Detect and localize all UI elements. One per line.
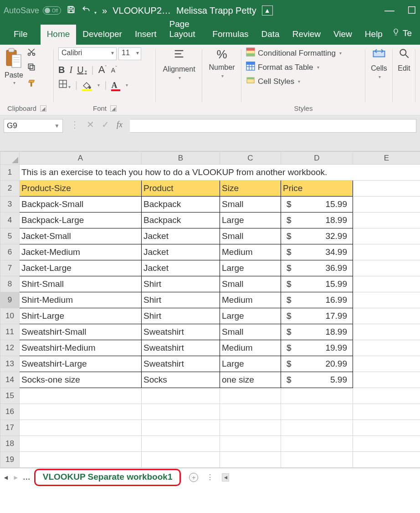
cells-button[interactable]: Cells ▾ (371, 47, 387, 79)
number-format-button[interactable]: % Number ▾ (209, 47, 235, 78)
cell[interactable] (142, 420, 220, 436)
sheet-options-icon[interactable]: ⋮ (206, 473, 214, 482)
cell[interactable]: Shirt (142, 308, 220, 324)
tab-data[interactable]: Data (255, 25, 286, 45)
cell[interactable] (281, 404, 353, 420)
tab-review[interactable]: Review (286, 25, 327, 45)
tab-page-layout[interactable]: Page Layout (163, 15, 206, 45)
grow-font-button[interactable]: Aˆ (98, 64, 107, 76)
cell[interactable]: $15.99 (281, 276, 353, 292)
cell[interactable] (142, 436, 220, 452)
row-header[interactable]: 12 (0, 340, 20, 356)
cell[interactable] (142, 452, 220, 468)
cell[interactable] (353, 181, 420, 197)
sheet-overflow-icon[interactable]: … (23, 473, 31, 482)
row-header[interactable]: 6 (0, 244, 20, 260)
cell[interactable]: $34.99 (281, 244, 353, 260)
sheet-tab-active[interactable]: VLOOKUP Separate workbook1 (34, 469, 181, 486)
row-header[interactable]: 3 (0, 197, 20, 212)
col-header-d[interactable]: D (281, 152, 353, 165)
cell[interactable]: $15.99 (281, 197, 353, 212)
cell[interactable]: Backpack (142, 212, 220, 228)
tab-insert[interactable]: Insert (128, 25, 163, 45)
cell[interactable] (220, 404, 281, 420)
cancel-formula-icon[interactable]: ✕ (87, 119, 94, 130)
cell[interactable] (353, 244, 420, 260)
font-size-select[interactable]: 11 (118, 47, 141, 60)
cell[interactable]: Medium (220, 292, 281, 308)
row-header[interactable]: 8 (0, 276, 20, 292)
sheet-nav-prev-icon[interactable]: ◄ (3, 474, 9, 481)
paste-dropdown-icon[interactable]: ▾ (13, 80, 15, 85)
font-name-select[interactable]: Calibri (58, 47, 117, 60)
col-header-b[interactable]: B (142, 152, 220, 165)
format-as-table-button[interactable]: Format as Table▾ (246, 62, 361, 73)
table-header-cell[interactable]: Product-Size (20, 181, 142, 197)
cell[interactable] (353, 324, 420, 340)
table-header-cell[interactable]: Price (281, 181, 353, 197)
autosave-switch[interactable]: Off (43, 6, 61, 15)
row-header[interactable]: 7 (0, 260, 20, 276)
row-header[interactable]: 14 (0, 372, 20, 388)
cell[interactable]: $19.99 (281, 340, 353, 356)
save-icon[interactable] (67, 5, 76, 16)
enter-formula-icon[interactable]: ✓ (102, 119, 109, 130)
font-color-dropdown-icon[interactable]: ▾ (126, 83, 128, 88)
cell[interactable]: Jacket-Small (20, 228, 142, 244)
row-header[interactable]: 18 (0, 436, 20, 452)
row-header[interactable]: 13 (0, 356, 20, 372)
cell[interactable]: $16.99 (281, 292, 353, 308)
cell[interactable]: Sweatshirt-Small (20, 324, 142, 340)
cell[interactable]: Small (220, 324, 281, 340)
cell[interactable]: Jacket (142, 260, 220, 276)
col-header-e[interactable]: E (353, 152, 420, 165)
cell[interactable] (353, 388, 420, 404)
fill-color-dropdown-icon[interactable]: ▾ (97, 83, 100, 88)
cell[interactable]: Small (220, 276, 281, 292)
font-color-button[interactable]: A (111, 81, 120, 90)
row-header[interactable]: 4 (0, 212, 20, 228)
editing-button[interactable]: Edit (398, 47, 410, 73)
tab-developer[interactable]: Developer (76, 25, 128, 45)
cell[interactable] (353, 308, 420, 324)
row-header[interactable]: 16 (0, 404, 20, 420)
cell[interactable]: Medium (220, 244, 281, 260)
cell[interactable] (353, 228, 420, 244)
cell[interactable]: Large (220, 356, 281, 372)
ribbon-display-icon[interactable]: ▲ (262, 5, 273, 16)
cell[interactable]: Sweatshirt (142, 340, 220, 356)
cell[interactable]: $32.99 (281, 228, 353, 244)
cell[interactable]: Backpack-Large (20, 212, 142, 228)
cell[interactable]: $20.99 (281, 356, 353, 372)
cell[interactable]: Jacket (142, 228, 220, 244)
number-dropdown-icon[interactable]: ▾ (221, 73, 224, 78)
cell[interactable]: Sweatshirt-Large (20, 356, 142, 372)
cell[interactable] (281, 388, 353, 404)
cell[interactable] (220, 420, 281, 436)
cell[interactable]: $18.99 (281, 212, 353, 228)
tab-help[interactable]: Help (359, 25, 389, 45)
cell[interactable] (20, 404, 142, 420)
cell[interactable]: Shirt-Medium (20, 292, 142, 308)
cell[interactable]: Backpack-Small (20, 197, 142, 212)
cell[interactable] (353, 292, 420, 308)
fill-color-button[interactable] (82, 81, 92, 90)
table-header-cell[interactable]: Size (220, 181, 281, 197)
row-header[interactable]: 2 (0, 181, 20, 197)
row-header[interactable]: 9 (0, 292, 20, 308)
cut-icon[interactable] (27, 47, 37, 59)
cells-dropdown-icon[interactable]: ▾ (379, 74, 381, 79)
cell[interactable]: Sweatshirt (142, 356, 220, 372)
cell[interactable] (353, 212, 420, 228)
cell[interactable] (353, 197, 420, 212)
cell[interactable] (353, 452, 420, 468)
row-header[interactable]: 1 (0, 165, 20, 181)
bold-button[interactable]: B (58, 65, 65, 75)
cell[interactable]: Sweatshirt-Medium (20, 340, 142, 356)
cell[interactable] (353, 420, 420, 436)
worksheet-grid[interactable]: A B C D E 1This is an exercise to teach … (0, 151, 420, 468)
tab-file[interactable]: File (5, 25, 41, 45)
row-header[interactable]: 11 (0, 324, 20, 340)
cell[interactable]: Large (220, 212, 281, 228)
cell[interactable]: Shirt (142, 292, 220, 308)
